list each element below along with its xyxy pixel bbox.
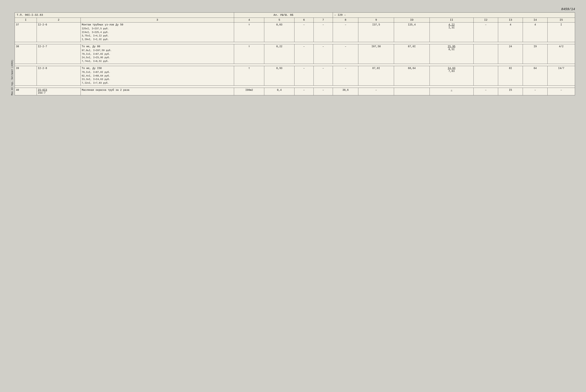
row-col13-3: I5 bbox=[498, 88, 523, 95]
row-col13-0: 4 bbox=[498, 22, 523, 42]
row-col4-3: I00м2 bbox=[234, 88, 264, 95]
col-header-8: 8 bbox=[333, 18, 358, 22]
row-num-3: 40 bbox=[15, 88, 37, 95]
row-col10-0: I25,4 bbox=[394, 22, 430, 42]
row-desc-1: То же, Ду 8097,8ьI, I=I07,59 руб.79,IxI,… bbox=[80, 44, 234, 64]
row-desc-0: Монтаж трубных уз-лов Ду 50I25xI, I=I37,… bbox=[80, 22, 234, 42]
spacer-row bbox=[15, 42, 575, 44]
row-col14-0: 4 bbox=[523, 22, 548, 42]
row-col12-1 bbox=[474, 44, 498, 64]
row-col14-2: 64 bbox=[523, 66, 548, 86]
row-col11-3: – bbox=[430, 88, 474, 95]
row-col8-3: 38,6 bbox=[333, 88, 358, 95]
row-col7-3: – bbox=[314, 88, 333, 95]
row-col11-2: I4,637,83 bbox=[430, 66, 474, 86]
row-code-1: I2-2-7 bbox=[36, 44, 80, 64]
row-col6-0: – bbox=[294, 22, 314, 42]
row-col13-1: 24 bbox=[498, 44, 523, 64]
row-col15-3: – bbox=[548, 88, 575, 95]
row-col12-2 bbox=[474, 66, 498, 86]
col-header-10: IO bbox=[394, 18, 430, 22]
row-col5-2: 0,93 bbox=[264, 66, 294, 86]
main-wrapper: Мян 43 тер. 5ет/мнет (4394) Т.П. 90I–I–3… bbox=[11, 12, 575, 95]
row-col4-2: т bbox=[234, 66, 264, 86]
row-code-3: I5-6I3I64-7 bbox=[36, 88, 80, 95]
row-col13-2: 8I bbox=[498, 66, 523, 86]
spacer-row bbox=[15, 86, 575, 88]
row-col9-1: I07,58 bbox=[358, 44, 394, 64]
col-header-2: 2 bbox=[36, 18, 80, 22]
row-col9-2: 87,0I bbox=[358, 66, 394, 86]
col-header-12: I2 bbox=[474, 18, 498, 22]
row-col8-2: – bbox=[333, 66, 358, 86]
table-header-row: Т.П. 90I–I–32.83 Ал. УШ/Ш. 8Б – I29 – bbox=[15, 13, 575, 18]
col-header-3: 3 bbox=[80, 18, 234, 22]
row-col11-0: 4,I2I,3I bbox=[430, 22, 474, 42]
col-header-13: I3 bbox=[498, 18, 523, 22]
row-col6-3: – bbox=[294, 88, 314, 95]
row-col10-2: 68,64 bbox=[394, 66, 430, 86]
row-col15-2: I4/7 bbox=[548, 66, 575, 86]
column-header-row: I 2 3 4 5 6 7 8 9 IO II I2 I3 I4 I5 bbox=[15, 18, 575, 22]
row-col15-0: I bbox=[548, 22, 575, 42]
table-row: 37I2-2-6Монтаж трубных уз-лов Ду 50I25xI… bbox=[15, 22, 575, 42]
side-label: Мян 43 тер. 5ет/мнет (4394) bbox=[11, 12, 14, 95]
row-col6-1: – bbox=[294, 44, 314, 64]
col-header-1: I bbox=[15, 18, 37, 22]
col-header-11: II bbox=[430, 18, 474, 22]
row-col9-3: – bbox=[358, 88, 394, 95]
row-num-1: 38 bbox=[15, 44, 37, 64]
col-header-15: I5 bbox=[548, 18, 575, 22]
row-col12-3: – bbox=[474, 88, 498, 95]
row-col10-1: 87,0I bbox=[394, 44, 430, 64]
row-num-2: 39 bbox=[15, 66, 37, 86]
col-header-6: 6 bbox=[294, 18, 314, 22]
row-code-0: I2-2-6 bbox=[36, 22, 80, 42]
page-reference: 8459/14 bbox=[11, 7, 575, 11]
row-col5-0: 0,03 bbox=[264, 22, 294, 42]
row-col14-3: – bbox=[523, 88, 548, 95]
row-col7-1: – bbox=[314, 44, 333, 64]
col-header-9: 9 bbox=[358, 18, 394, 22]
col-header-5: 5 bbox=[264, 18, 294, 22]
row-col10-3 bbox=[394, 88, 430, 95]
row-code-2: I2-2-8 bbox=[36, 66, 80, 86]
table-body: 37I2-2-6Монтаж трубных уз-лов Ду 50I25xI… bbox=[15, 22, 575, 95]
table-row: 40I5-6I3I64-7Масляная окраска труб за 2 … bbox=[15, 88, 575, 95]
row-col6-2: – bbox=[294, 66, 314, 86]
row-col7-2: – bbox=[314, 66, 333, 86]
row-col12-0: – bbox=[474, 22, 498, 42]
row-col5-1: 0,22 bbox=[264, 44, 294, 64]
col-header-14: I4 bbox=[523, 18, 548, 22]
row-col4-1: т bbox=[234, 44, 264, 64]
row-num-0: 37 bbox=[15, 22, 37, 42]
main-table: Т.П. 90I–I–32.83 Ал. УШ/Ш. 8Б – I29 – I … bbox=[15, 12, 575, 95]
header-center: Ал. УШ/Ш. 8Б bbox=[234, 13, 333, 18]
row-col4-0: т bbox=[234, 22, 264, 42]
row-col14-1: I9 bbox=[523, 44, 548, 64]
row-col5-3: 0,4 bbox=[264, 88, 294, 95]
spacer-row bbox=[15, 64, 575, 66]
row-col8-1: – bbox=[333, 44, 358, 64]
row-col11-1: I5,958,5I bbox=[430, 44, 474, 64]
col-header-4: 4 bbox=[234, 18, 264, 22]
header-left: Т.П. 90I–I–32.83 bbox=[15, 13, 234, 18]
row-desc-2: То же, Ду I5079,IxI, I=87,0I руб.62,4xI,… bbox=[80, 66, 234, 86]
table-row: 39I2-2-8То же, Ду I5079,IxI, I=87,0I руб… bbox=[15, 66, 575, 86]
row-col9-0: I37,5 bbox=[358, 22, 394, 42]
row-col8-0: – bbox=[333, 22, 358, 42]
row-col7-0: – bbox=[314, 22, 333, 42]
header-right: – I29 – bbox=[333, 13, 575, 18]
row-col15-1: 4/2 bbox=[548, 44, 575, 64]
table-row: 38I2-2-7То же, Ду 8097,8ьI, I=I07,59 руб… bbox=[15, 44, 575, 64]
col-header-7: 7 bbox=[314, 18, 333, 22]
row-desc-3: Масляная окраска труб за 2 раза bbox=[80, 88, 234, 95]
